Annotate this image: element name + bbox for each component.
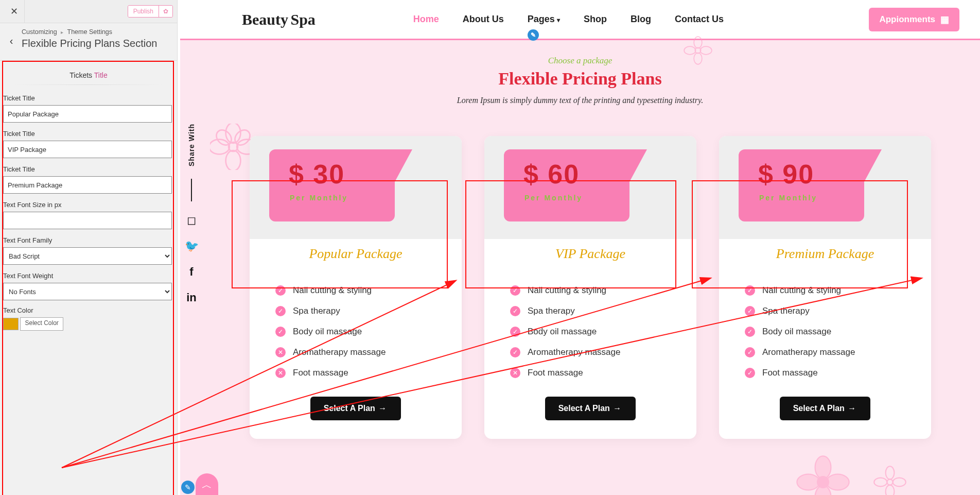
feature-text: Foot massage bbox=[293, 368, 348, 378]
cross-icon: ✕ bbox=[510, 368, 520, 378]
price-period: Per Monthly bbox=[739, 190, 864, 202]
price-period: Per Monthly bbox=[269, 190, 395, 202]
price-period: Per Monthly bbox=[504, 190, 629, 202]
feature-text: Nail cutting & styling bbox=[528, 285, 606, 296]
feature-text: Nail cutting & styling bbox=[293, 285, 372, 296]
section-heading-a: Tickets bbox=[69, 71, 92, 79]
feature-text: Aromatherapy massage bbox=[293, 347, 386, 357]
check-icon: ✓ bbox=[745, 368, 755, 378]
sidebar-header: ‹ Customizing ▸ Theme Settings Flexible … bbox=[0, 23, 177, 61]
svg-point-12 bbox=[887, 479, 892, 485]
label-font-weight: Text Font Weight bbox=[3, 272, 172, 280]
feature-item: ✓Body oil massage bbox=[275, 321, 436, 342]
label-text-color: Text Color bbox=[3, 306, 172, 314]
feature-item: ✕Foot massage bbox=[510, 363, 671, 383]
select-plan-button[interactable]: Select A Plan bbox=[545, 397, 636, 420]
field-ticket-title-2: Ticket Title bbox=[0, 126, 177, 161]
svg-point-4 bbox=[700, 46, 711, 55]
price-value: $ 60 bbox=[504, 149, 629, 190]
label-ticket-title-2: Ticket Title bbox=[3, 130, 172, 138]
hero-description: Lorem Ipsum is simply dummy text of the … bbox=[180, 96, 980, 105]
back-button[interactable]: ‹ bbox=[4, 28, 19, 53]
field-ticket-title-1: Ticket Title bbox=[0, 90, 177, 126]
crumb-theme-settings: Theme Settings bbox=[67, 28, 113, 36]
check-icon: ✓ bbox=[745, 347, 755, 357]
feature-item: ✓Body oil massage bbox=[510, 321, 671, 342]
label-ticket-title-3: Ticket Title bbox=[3, 165, 172, 173]
scroll-to-top-button[interactable]: ︿ bbox=[196, 473, 218, 495]
close-customizer-button[interactable]: ✕ bbox=[4, 0, 25, 23]
nav-pages[interactable]: Pages bbox=[528, 14, 560, 25]
feature-text: Body oil massage bbox=[528, 327, 597, 337]
input-ticket-title-1[interactable] bbox=[3, 105, 172, 123]
main-nav: Home About Us Pages Shop Blog Contact Us… bbox=[413, 14, 724, 25]
publish-settings-button[interactable]: ✿ bbox=[159, 6, 172, 17]
check-icon: ✓ bbox=[275, 327, 286, 337]
feature-item: ✓Aromatherapy massage bbox=[745, 342, 905, 363]
logo-main: Beauty bbox=[242, 11, 288, 28]
select-plan-button[interactable]: Select A Plan bbox=[310, 397, 401, 420]
sidebar-body: Tickets Title Ticket Title Ticket Title … bbox=[0, 61, 177, 495]
svg-point-21 bbox=[817, 476, 829, 488]
crumb-sep-icon: ▸ bbox=[61, 29, 63, 35]
select-font-family[interactable]: Bad Script bbox=[3, 247, 172, 265]
feature-item: ✓Body oil massage bbox=[745, 321, 905, 342]
svg-point-1 bbox=[694, 37, 702, 48]
flower-icon bbox=[872, 464, 908, 495]
check-icon: ✓ bbox=[510, 306, 520, 316]
section-divider bbox=[10, 84, 167, 85]
label-font-size: Text Font Size in px bbox=[3, 201, 172, 209]
color-swatch[interactable] bbox=[3, 318, 19, 330]
edit-shortcut-icon[interactable]: ✎ bbox=[528, 29, 539, 41]
svg-point-3 bbox=[684, 46, 695, 55]
select-plan-button[interactable]: Select A Plan bbox=[780, 397, 871, 420]
feature-text: Spa therapy bbox=[528, 306, 575, 316]
pricing-cards-row: $ 30 Per Monthly Popular Package ✓Nail c… bbox=[180, 110, 980, 439]
card-title: Popular Package bbox=[250, 246, 462, 262]
check-icon: ✓ bbox=[510, 327, 520, 337]
appointments-label: Appionments bbox=[879, 14, 935, 25]
edit-shortcut-icon[interactable]: ✎ bbox=[181, 481, 195, 494]
publish-button[interactable]: Publish bbox=[128, 6, 159, 17]
nav-about[interactable]: About Us bbox=[463, 14, 504, 25]
feature-item: ✕Foot massage bbox=[275, 363, 436, 383]
feature-item: ✓Nail cutting & styling bbox=[510, 280, 671, 301]
sidebar-header-text: Customizing ▸ Theme Settings Flexible Pr… bbox=[19, 28, 171, 49]
pricing-card-vip: $ 60 Per Monthly VIP Package ✓Nail cutti… bbox=[484, 136, 696, 439]
field-font-family: Text Font Family Bad Script bbox=[0, 232, 177, 268]
card-top: $ 90 Per Monthly bbox=[719, 136, 931, 239]
card-title: VIP Package bbox=[484, 246, 696, 262]
cross-icon: ✕ bbox=[275, 347, 286, 357]
input-ticket-title-2[interactable] bbox=[3, 141, 172, 158]
feature-text: Foot massage bbox=[528, 368, 583, 378]
svg-point-19 bbox=[797, 474, 819, 490]
svg-point-14 bbox=[886, 485, 895, 495]
feature-item: ✓Spa therapy bbox=[275, 301, 436, 321]
flower-icon bbox=[684, 36, 712, 65]
site-logo[interactable]: Beauty Spa bbox=[242, 12, 316, 27]
cross-icon: ✕ bbox=[275, 368, 286, 378]
check-icon: ✓ bbox=[275, 285, 286, 296]
label-ticket-title-1: Ticket Title bbox=[3, 94, 172, 102]
select-color-button[interactable]: Select Color bbox=[20, 317, 63, 331]
feature-item: ✕Aromatherapy massage bbox=[275, 342, 436, 363]
feature-item: ✓Spa therapy bbox=[510, 301, 671, 321]
appointments-button[interactable]: Appionments ▦ bbox=[869, 8, 959, 31]
input-font-size[interactable] bbox=[3, 212, 172, 229]
nav-blog[interactable]: Blog bbox=[631, 14, 651, 25]
sidebar-topbar: ✕ Publish ✿ bbox=[0, 0, 177, 23]
price-tag: $ 30 Per Monthly bbox=[269, 149, 395, 221]
label-font-family: Text Font Family bbox=[3, 236, 172, 244]
nav-contact[interactable]: Contact Us bbox=[675, 14, 724, 25]
feature-text: Body oil massage bbox=[762, 327, 831, 337]
hero-title: Flexible Pricing Plans bbox=[180, 69, 980, 89]
select-font-weight[interactable]: No Fonts bbox=[3, 283, 172, 300]
feature-item: ✓Nail cutting & styling bbox=[275, 280, 436, 301]
input-ticket-title-3[interactable] bbox=[3, 176, 172, 194]
nav-home[interactable]: Home bbox=[413, 14, 439, 25]
price-value: $ 90 bbox=[739, 149, 864, 190]
site-preview: Beauty Spa Home About Us Pages Shop Blog… bbox=[180, 0, 980, 495]
check-icon: ✓ bbox=[745, 306, 755, 316]
feature-item: ✓Foot massage bbox=[745, 363, 905, 383]
nav-shop[interactable]: Shop bbox=[584, 14, 607, 25]
